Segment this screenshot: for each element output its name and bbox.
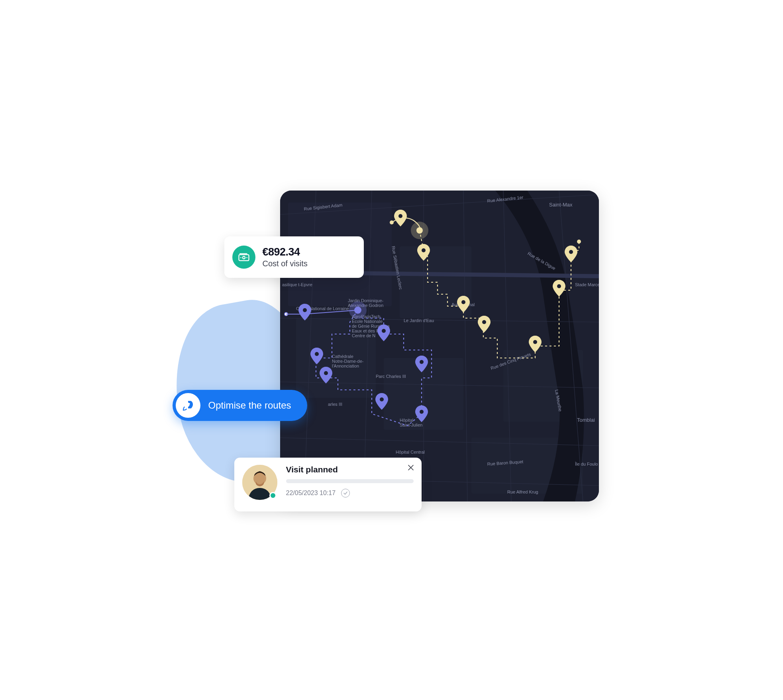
- poi-label: arles III: [328, 402, 342, 407]
- cost-of-visits-card: €892.34 Cost of visits: [224, 236, 364, 278]
- optimise-routes-button[interactable]: Optimise the routes: [173, 390, 307, 421]
- svg-point-23: [577, 240, 581, 244]
- svg-point-45: [188, 403, 190, 405]
- svg-point-24: [398, 214, 402, 218]
- svg-point-26: [461, 300, 465, 304]
- close-icon[interactable]: [407, 464, 414, 471]
- district-label: Saint-Max: [549, 202, 573, 208]
- svg-point-27: [482, 320, 486, 324]
- check-circle-icon: [341, 489, 350, 497]
- district-label: Tomblai: [577, 417, 595, 423]
- street-label: Rue Alfred Krug: [507, 490, 538, 494]
- svg-point-25: [422, 248, 426, 252]
- svg-point-36: [324, 371, 328, 375]
- svg-point-48: [255, 474, 264, 484]
- svg-point-28: [533, 340, 537, 344]
- visit-planned-card: Visit planned 22/05/2023 10:17: [234, 458, 422, 511]
- svg-point-39: [420, 360, 424, 364]
- svg-point-42: [242, 256, 245, 259]
- poi-label: asilique t-Epvre: [282, 282, 312, 287]
- rocket-icon: [176, 393, 200, 418]
- progress-bar: [286, 479, 414, 483]
- presence-indicator: [269, 492, 277, 499]
- poi-label: Hôpital Central: [396, 450, 425, 454]
- street-label: Le Jardin d'Eau: [404, 318, 434, 323]
- svg-point-35: [315, 352, 319, 356]
- money-icon: [232, 246, 255, 269]
- svg-point-40: [382, 329, 386, 333]
- avatar: [242, 465, 277, 500]
- svg-point-44: [246, 257, 247, 258]
- optimise-button-label: Optimise the routes: [208, 400, 291, 411]
- cost-amount: €892.34: [263, 246, 308, 258]
- street-label: Île du Foulo: [575, 462, 598, 466]
- svg-point-38: [420, 410, 424, 414]
- poi-label: Parc Charles III: [376, 374, 406, 379]
- visit-title: Visit planned: [286, 465, 414, 474]
- svg-point-43: [240, 257, 241, 258]
- svg-point-34: [303, 308, 307, 312]
- poi-label: Stade Marce: [575, 282, 599, 287]
- visit-datetime: 22/05/2023 10:17: [286, 490, 336, 497]
- svg-point-30: [557, 284, 561, 288]
- svg-point-37: [380, 397, 384, 401]
- svg-point-29: [569, 250, 573, 254]
- cost-label: Cost of visits: [263, 259, 308, 268]
